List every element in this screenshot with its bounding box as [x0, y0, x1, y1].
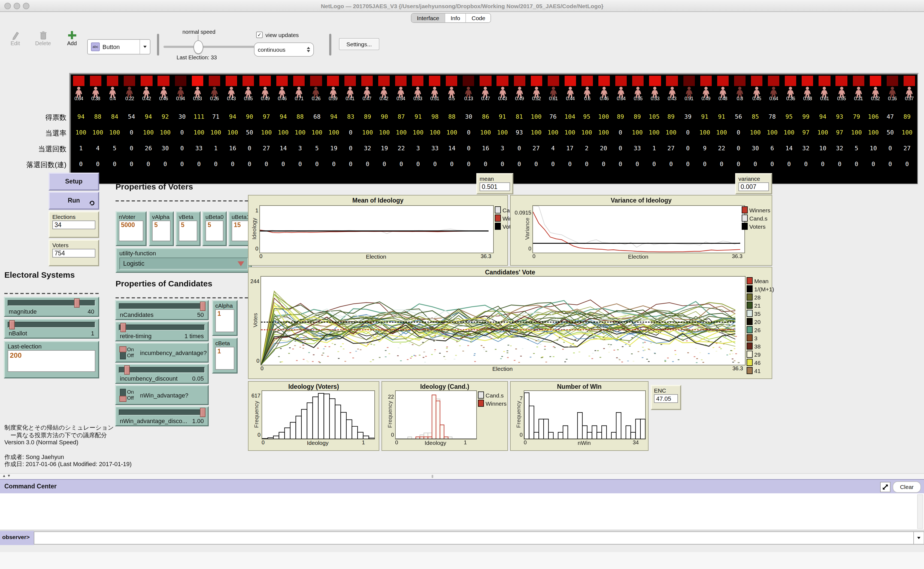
view-number-cell: 91	[696, 113, 713, 120]
incumbency-advantage-switch[interactable]: OnOff incumbency_advantage?	[115, 342, 209, 363]
off-label-2: Off	[127, 394, 134, 400]
voters-value: 754	[52, 249, 95, 257]
ncandidates-slider-handle[interactable]	[200, 302, 206, 311]
valpha-value[interactable]: 5	[152, 221, 171, 241]
incumbency-advantage-handle[interactable]	[119, 346, 127, 352]
view-number-cell: 100	[713, 129, 730, 136]
command-center-title: Command Center	[5, 483, 57, 490]
nvoter-value[interactable]: 5000	[119, 221, 143, 241]
candidate-patch	[852, 76, 864, 86]
view-updates-control[interactable]: ✓ view updates	[256, 32, 299, 38]
view-number-cell: 17	[561, 145, 578, 152]
widget-type-chooser[interactable]: abc Button	[87, 39, 150, 55]
view-number-row: 1450263003311602714351903219223331401630…	[72, 145, 916, 152]
detach-button[interactable]	[880, 482, 890, 492]
view-number-cell: 0	[410, 161, 427, 168]
ubeta0-input[interactable]: uBeta05	[202, 211, 227, 246]
legend-item: 38	[747, 342, 774, 350]
tab-info[interactable]: Info	[445, 14, 466, 22]
nwin-advantage-handle[interactable]	[119, 396, 127, 402]
tab-code[interactable]: Code	[466, 14, 491, 22]
speed-slider-thumb[interactable]	[194, 40, 203, 54]
incumbency-discount-slider[interactable]: incumbency_discount0.05	[115, 364, 209, 384]
view-number-cell: 0	[393, 161, 410, 168]
view-number-cell: 90	[376, 113, 393, 120]
ubeta0-value[interactable]: 5	[206, 221, 223, 241]
retire-timing-slider[interactable]: retire-timing1 times	[115, 321, 209, 341]
splitter-grip[interactable]	[432, 475, 433, 478]
view-number-cell: 27	[663, 145, 680, 152]
observer-prompt[interactable]: observer>	[0, 531, 34, 545]
update-mode-value: continuous	[258, 46, 307, 53]
view-number-cell: 0	[460, 161, 477, 168]
y-axis-label: Frequency	[515, 390, 521, 438]
view-number-cell: 14	[443, 145, 460, 152]
calpha-value[interactable]: 1	[215, 309, 234, 332]
utility-function-value-box[interactable]: Logistic	[119, 257, 248, 269]
nballot-slider[interactable]: nBallot1	[4, 318, 99, 339]
ubeta1-value[interactable]: 15	[232, 221, 250, 241]
run-button[interactable]: Run	[49, 192, 99, 210]
legend-swatch-icon	[742, 215, 748, 222]
settings-button[interactable]: Settings...	[339, 38, 379, 50]
legend-swatch-icon	[747, 334, 753, 341]
utility-function-chooser[interactable]: utility-function Logistic	[116, 248, 252, 273]
cbeta-input[interactable]: cBeta 1	[212, 338, 238, 374]
last-election-input[interactable]: Last-election 200	[4, 341, 99, 379]
history-dropdown-button[interactable]	[914, 531, 924, 545]
view-number-cell: 100	[595, 113, 612, 120]
magnitude-slider[interactable]: magnitude40	[4, 297, 99, 317]
view-number-cell: 100	[359, 129, 376, 136]
view-number-cell: 19	[325, 145, 342, 152]
edit-button[interactable]: Edit	[6, 30, 24, 46]
command-input[interactable]	[34, 531, 914, 545]
ideology-voters-histogram: Ideology (Voters)617001IdeologyFrequency	[248, 381, 379, 451]
vbeta-value[interactable]: 5	[179, 221, 197, 241]
setup-button[interactable]: Setup	[49, 173, 99, 190]
candidate-patch	[361, 76, 372, 86]
valpha-input[interactable]: vAlpha5	[149, 211, 174, 246]
view-number-cell: 0	[730, 145, 747, 152]
vbeta-input[interactable]: vBeta5	[175, 211, 201, 246]
add-button[interactable]: Add	[63, 30, 81, 46]
nwin-discount-handle[interactable]	[200, 408, 206, 417]
candidate-ideology-value: 0.57	[901, 96, 918, 101]
view-number-cell: 0	[680, 145, 697, 152]
incumbency-discount-handle[interactable]	[125, 365, 130, 374]
nballot-slider-handle[interactable]	[9, 320, 14, 329]
plot-legend: Cand.sWinners	[478, 391, 506, 407]
update-mode-select[interactable]: continuous	[254, 43, 314, 56]
nwin-advantage-switch[interactable]: OnOff nWin_advantage?	[115, 385, 209, 405]
cbeta-value[interactable]: 1	[215, 347, 234, 370]
nvoter-input[interactable]: nVoter5000	[116, 211, 146, 246]
calpha-input[interactable]: cAlpha 1	[212, 300, 238, 336]
clear-button[interactable]: Clear	[893, 481, 921, 493]
plot-legend: WinnersCand.sVoters	[742, 206, 770, 230]
legend-label: Cand.s	[749, 215, 768, 221]
tab-interface[interactable]: Interface	[412, 14, 445, 22]
edit-label: Edit	[6, 40, 24, 46]
candidate-ideology-value: 0.71	[291, 96, 308, 101]
retire-timing-value: 1 times	[184, 333, 204, 339]
output-scrollbar[interactable]	[917, 494, 923, 529]
view-number-cell: 100	[325, 129, 342, 136]
view-number-cell: 0	[511, 145, 528, 152]
splitter[interactable]: ▲ ▼	[0, 473, 924, 480]
dashed-divider-2	[116, 200, 253, 201]
x-axis-label: Election	[532, 253, 744, 260]
view-updates-checkbox[interactable]: ✓	[256, 32, 263, 38]
incumbency-advantage-label: incumbency_advantage?	[140, 350, 207, 356]
view-number-cell: 3	[291, 145, 308, 152]
magnitude-slider-handle[interactable]	[74, 298, 79, 307]
candidate-ideology-value: 0.42	[375, 96, 392, 101]
last-election-input-value[interactable]: 200	[8, 350, 95, 372]
nwin-discount-slider[interactable]: nWin_advantage_disco...1.00	[115, 406, 209, 426]
delete-button[interactable]: Delete	[33, 30, 53, 46]
command-center-output[interactable]	[0, 493, 924, 530]
ncandidates-slider[interactable]: nCandidates50	[115, 300, 209, 320]
view-number-cell: 32	[359, 145, 376, 152]
splitter-arrows-icon[interactable]: ▲ ▼	[2, 474, 11, 478]
retire-timing-slider-handle[interactable]	[120, 323, 126, 332]
view-number-cell: 104	[561, 113, 578, 120]
view-number-cell: 0	[865, 161, 882, 168]
